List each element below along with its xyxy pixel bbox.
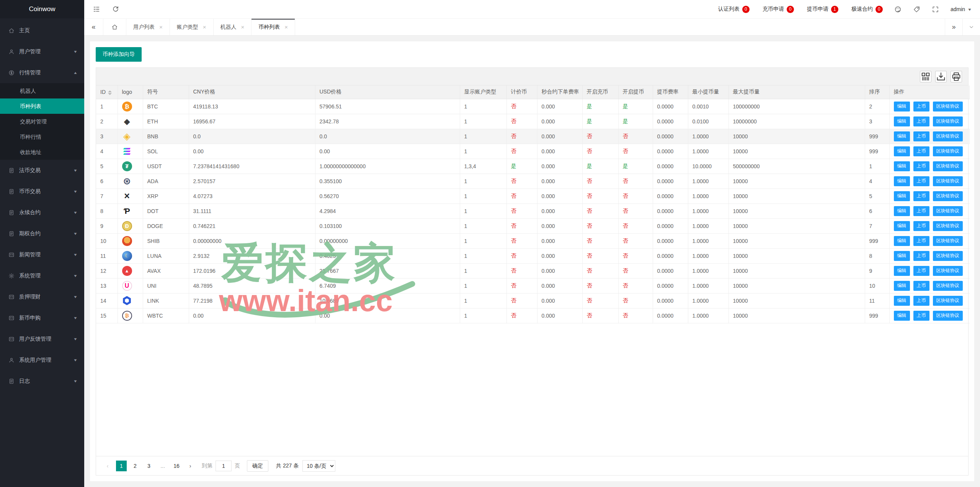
edit-button[interactable]: 编辑 [894,102,910,112]
blockchain-protocol-button[interactable]: 区块链协议 [933,221,963,231]
blockchain-protocol-button[interactable]: 区块链协议 [933,191,963,201]
blockchain-protocol-button[interactable]: 区块链协议 [933,146,963,156]
blockchain-protocol-button[interactable]: 区块链协议 [933,161,963,171]
sidebar-item-spot-trade[interactable]: 币币交易▼ [0,181,84,202]
edit-button[interactable]: 编辑 [894,251,910,261]
sidebar-item-options-contract[interactable]: 期权合约▼ [0,223,84,244]
goto-page-input[interactable] [216,461,232,471]
sidebar-item-perpetual-contract[interactable]: 永续合约▼ [0,202,84,223]
list-coin-button[interactable]: 上币 [913,266,929,276]
blockchain-protocol-button[interactable]: 区块链协议 [933,281,963,291]
sidebar-item-user-manage[interactable]: 用户管理▼ [0,41,84,62]
column-header[interactable]: ID [96,85,118,99]
edit-button[interactable]: 编辑 [894,266,910,276]
tag-icon[interactable] [913,6,920,13]
list-coin-button[interactable]: 上币 [913,191,929,201]
sidebar-item-fiat-trade[interactable]: 法币交易▼ [0,160,84,181]
list-coin-button[interactable]: 上币 [913,206,929,216]
sidebar-subitem-pairs-manage[interactable]: 交易对管理 [0,114,84,129]
blockchain-protocol-button[interactable]: 区块链协议 [933,206,963,216]
close-icon[interactable]: × [203,24,206,30]
notice-deposit-request[interactable]: 充币申请0 [763,6,794,13]
tab-coin-list[interactable]: 币种列表× [252,19,295,35]
sidebar-item-system-manage[interactable]: 系统管理▼ [0,265,84,286]
sidebar-item-user-feedback[interactable]: 用户反馈管理▼ [0,328,84,349]
blockchain-protocol-button[interactable]: 区块链协议 [933,102,963,112]
sidebar-item-market-manage[interactable]: 行情管理▲ [0,62,84,83]
sidebar-subitem-coin-list[interactable]: 币种列表 [0,98,84,114]
tab-account-type[interactable]: 账户类型× [170,19,214,35]
list-coin-button[interactable]: 上币 [913,131,929,141]
list-coin-button[interactable]: 上币 [913,102,929,112]
list-coin-button[interactable]: 上币 [913,176,929,186]
print-button[interactable] [951,71,962,82]
user-menu[interactable]: admin ▼ [951,6,972,12]
edit-button[interactable]: 编辑 [894,311,910,321]
close-icon[interactable]: × [159,24,163,30]
sidebar-item-system-users[interactable]: 系统用户管理▼ [0,349,84,371]
edit-button[interactable]: 编辑 [894,236,910,246]
edit-button[interactable]: 编辑 [894,206,910,216]
sidebar-subitem-payment-address[interactable]: 收款地址 [0,144,84,160]
page-button-16[interactable]: 16 [171,461,182,471]
sidebar-item-logs[interactable]: 日志▼ [0,371,84,392]
goto-confirm-button[interactable]: 确定 [247,460,268,472]
list-coin-button[interactable]: 上币 [913,161,929,171]
page-button-3[interactable]: 3 [144,461,154,471]
edit-button[interactable]: 编辑 [894,221,910,231]
blockchain-protocol-button[interactable]: 区块链协议 [933,236,963,246]
edit-button[interactable]: 编辑 [894,176,910,186]
list-coin-button[interactable]: 上币 [913,116,929,126]
sidebar-item-staking-finance[interactable]: 质押理财▼ [0,286,84,307]
blockchain-protocol-button[interactable]: 区块链协议 [933,131,963,141]
edit-button[interactable]: 编辑 [894,191,910,201]
page-size-select[interactable]: 10 条/页 [302,460,335,472]
tabs-menu-icon[interactable] [962,19,980,35]
page-button-2[interactable]: 2 [130,461,140,471]
blockchain-protocol-button[interactable]: 区块链协议 [933,266,963,276]
export-button[interactable] [935,71,947,82]
edit-button[interactable]: 编辑 [894,281,910,291]
page-button-1[interactable]: 1 [116,461,127,471]
tab-user-list[interactable]: 用户列表× [126,19,170,35]
list-coin-button[interactable]: 上币 [913,221,929,231]
notice-auth-list[interactable]: 认证列表0 [718,6,750,13]
blockchain-protocol-button[interactable]: 区块链协议 [933,176,963,186]
sidebar-item-home[interactable]: 主页 [0,20,84,41]
sidebar-item-news-manage[interactable]: 新闻管理▼ [0,244,84,265]
list-coin-button[interactable]: 上币 [913,146,929,156]
sidebar-item-new-coin-subscribe[interactable]: 新币申购▼ [0,307,84,328]
tabs-scroll-left-icon[interactable]: « [84,19,103,35]
sidebar-subitem-coin-market[interactable]: 币种行情 [0,129,84,144]
edit-button[interactable]: 编辑 [894,296,910,306]
sidebar-subitem-robots[interactable]: 机器人 [0,83,84,98]
filter-columns-button[interactable] [920,71,931,82]
list-coin-button[interactable]: 上币 [913,296,929,306]
close-icon[interactable]: × [241,24,245,30]
close-icon[interactable]: × [284,24,288,30]
edit-button[interactable]: 编辑 [894,161,910,171]
fullscreen-icon[interactable] [932,6,939,13]
sort-icon[interactable] [108,90,112,95]
page-prev-button[interactable]: ‹ [102,461,113,471]
coin-add-wizard-button[interactable]: 币种添加向导 [96,47,142,62]
notice-fast-contract[interactable]: 极速合约0 [851,6,883,13]
blockchain-protocol-button[interactable]: 区块链协议 [933,251,963,261]
list-coin-button[interactable]: 上币 [913,311,929,321]
blockchain-protocol-button[interactable]: 区块链协议 [933,296,963,306]
list-coin-button[interactable]: 上币 [913,251,929,261]
list-coin-button[interactable]: 上币 [913,281,929,291]
notice-withdraw-request[interactable]: 提币申请1 [807,6,838,13]
collapse-sidebar-icon[interactable] [93,5,100,13]
tabs-scroll-right-icon[interactable]: » [945,19,962,35]
theme-palette-icon[interactable] [894,6,902,13]
list-coin-button[interactable]: 上币 [913,236,929,246]
tab-robots[interactable]: 机器人× [214,19,252,35]
edit-button[interactable]: 编辑 [894,116,910,126]
blockchain-protocol-button[interactable]: 区块链协议 [933,116,963,126]
edit-button[interactable]: 编辑 [894,131,910,141]
edit-button[interactable]: 编辑 [894,146,910,156]
blockchain-protocol-button[interactable]: 区块链协议 [933,311,963,321]
page-next-button[interactable]: › [185,461,196,471]
refresh-icon[interactable] [112,5,119,13]
